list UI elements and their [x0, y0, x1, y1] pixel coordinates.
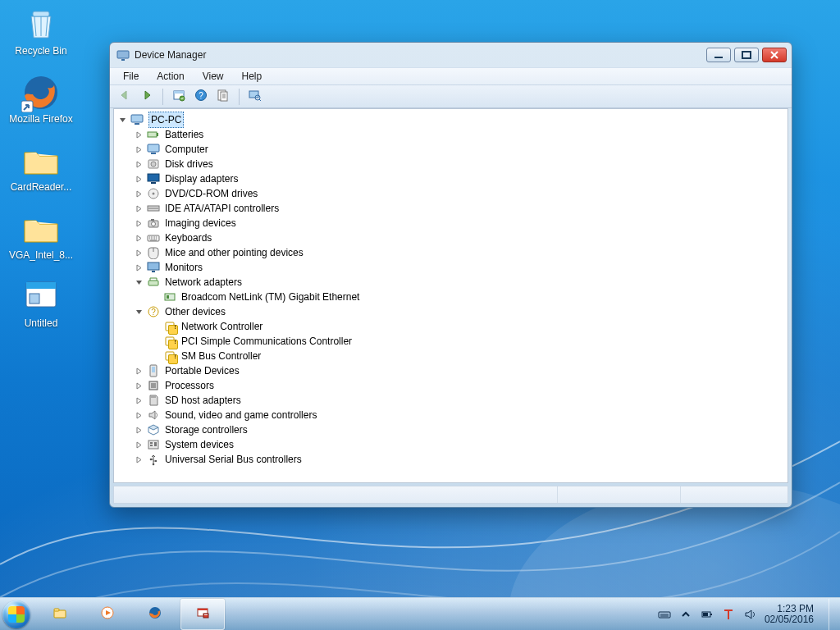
menu-action[interactable]: Action	[148, 69, 192, 84]
expander-icon[interactable]	[134, 381, 144, 390]
action-center-icon[interactable]	[722, 608, 735, 621]
expander-icon[interactable]	[134, 307, 144, 317]
svg-rect-56	[148, 441, 158, 449]
show-hidden-button[interactable]	[169, 88, 189, 106]
expander-icon[interactable]	[134, 159, 144, 169]
status-cell	[114, 486, 558, 503]
desktop-icon-recycle-bin[interactable]: Recycle Bin	[5, 5, 77, 57]
tree-row[interactable]: Network adapters	[116, 275, 784, 290]
desktop-icon-firefox[interactable]: Mozilla Firefox	[5, 73, 77, 125]
tree-row[interactable]: DVD/CD-ROM drives	[116, 186, 784, 201]
tree-label: Mice and other pointing devices	[163, 245, 305, 260]
tree-row[interactable]: Disk drives	[116, 157, 784, 171]
svg-rect-26	[148, 144, 159, 152]
start-orb-icon	[2, 600, 30, 628]
tree-row[interactable]: PC-PC	[116, 112, 784, 127]
forward-button[interactable]	[137, 88, 157, 106]
scan-hardware-button[interactable]	[245, 88, 265, 106]
tree-row[interactable]: Keyboards	[116, 231, 784, 245]
show-desktop-strip[interactable]	[829, 599, 835, 630]
expander-icon[interactable]	[134, 395, 144, 405]
tree-row[interactable]: Storage controllers	[116, 422, 784, 437]
tree-row[interactable]: ? SM Bus Controller	[116, 349, 784, 363]
disk-icon	[147, 158, 160, 171]
chevron-up-icon[interactable]	[679, 608, 692, 621]
taskbar-item-firefox[interactable]	[133, 599, 177, 630]
tree-row[interactable]: SD host adapters	[116, 393, 784, 408]
expander-icon[interactable]	[134, 454, 144, 464]
tree-row[interactable]: Batteries	[116, 127, 784, 142]
battery-tray-icon[interactable]	[701, 608, 714, 621]
svg-rect-14	[174, 91, 184, 94]
tree-label: SD host adapters	[163, 393, 243, 408]
menu-view[interactable]: View	[194, 69, 232, 84]
storage-icon	[147, 423, 160, 436]
expander-icon[interactable]	[134, 262, 144, 272]
menu-help[interactable]: Help	[234, 69, 271, 84]
device-tree[interactable]: PC-PC Batteries Computer Disk drives Dis…	[114, 109, 788, 482]
tree-row[interactable]: Portable Devices	[116, 363, 784, 378]
expander-icon[interactable]	[134, 248, 144, 258]
expander-icon[interactable]	[134, 440, 144, 450]
expander-icon[interactable]	[134, 366, 144, 376]
desktop[interactable]: Recycle BinMozilla FirefoxCardReader...V…	[0, 0, 840, 630]
help-button[interactable]: ?	[191, 88, 211, 106]
minimize-button[interactable]	[706, 48, 731, 62]
svg-rect-9	[117, 51, 129, 58]
svg-rect-24	[148, 132, 157, 137]
expander-icon	[150, 322, 160, 331]
volume-icon[interactable]	[743, 608, 756, 621]
tree-row[interactable]: Computer	[116, 142, 784, 157]
start-button[interactable]	[0, 598, 33, 631]
expander-icon[interactable]	[117, 115, 127, 125]
tree-row[interactable]: Display adapters	[116, 171, 784, 186]
tree-label: System devices	[163, 437, 235, 452]
expander-icon[interactable]	[134, 144, 144, 154]
tree-row[interactable]: Mice and other pointing devices	[116, 245, 784, 260]
properties-button[interactable]	[213, 88, 233, 106]
tree-row[interactable]: ? Other devices	[116, 304, 784, 319]
tree-row[interactable]: Broadcom NetLink (TM) Gigabit Ethernet	[116, 290, 784, 304]
menu-file[interactable]: File	[115, 69, 147, 84]
expander-icon[interactable]	[134, 233, 144, 243]
unknown-icon: ?	[163, 335, 176, 348]
expander-icon[interactable]	[134, 174, 144, 184]
maximize-button[interactable]	[734, 48, 759, 62]
tree-row[interactable]: IDE ATA/ATAPI controllers	[116, 201, 784, 216]
tree-row[interactable]: Universal Serial Bus controllers	[116, 452, 784, 467]
expander-icon[interactable]	[134, 410, 144, 420]
device-manager-window[interactable]: Device Manager FileActionViewHelp ? PC-P…	[109, 42, 792, 508]
keyboard-tray-icon[interactable]	[658, 608, 671, 621]
titlebar[interactable]: Device Manager	[110, 43, 792, 67]
svg-text:?: ?	[167, 323, 171, 331]
menubar: FileActionViewHelp	[110, 67, 792, 85]
tree-row[interactable]: ? Network Controller	[116, 319, 784, 334]
svg-rect-53	[152, 367, 155, 372]
taskbar-item-mmc[interactable]	[180, 599, 225, 630]
taskbar[interactable]: 1:23 PM02/05/2016	[0, 597, 840, 630]
expander-icon[interactable]	[134, 277, 144, 287]
portable-icon	[147, 364, 160, 377]
desktop-icon-folder-cardreader[interactable]: CardReader...	[5, 141, 77, 193]
tree-row[interactable]: Processors	[116, 378, 784, 393]
display-icon	[147, 172, 160, 185]
close-button[interactable]	[762, 48, 787, 62]
clock[interactable]: 1:23 PM02/05/2016	[765, 604, 814, 625]
clock-date: 02/05/2016	[765, 614, 814, 625]
desktop-icon-folder-vga[interactable]: VGA_Intel_8...	[5, 209, 77, 261]
taskbar-item-explorer[interactable]	[38, 599, 82, 630]
tree-row[interactable]: System devices	[116, 437, 784, 452]
expander-icon[interactable]	[134, 130, 144, 139]
tree-row[interactable]: Monitors	[116, 260, 784, 275]
desktop-icon-untitled[interactable]: Untitled	[5, 277, 77, 329]
expander-icon[interactable]	[134, 189, 144, 199]
expander-icon[interactable]	[134, 203, 144, 213]
tree-row[interactable]: Imaging devices	[116, 216, 784, 231]
svg-point-36	[152, 222, 156, 226]
svg-rect-31	[151, 182, 156, 184]
expander-icon[interactable]	[134, 425, 144, 435]
taskbar-item-wmp[interactable]	[85, 599, 130, 630]
expander-icon[interactable]	[134, 218, 144, 228]
tree-row[interactable]: ? PCI Simple Communications Controller	[116, 334, 784, 349]
tree-row[interactable]: Sound, video and game controllers	[116, 408, 784, 422]
